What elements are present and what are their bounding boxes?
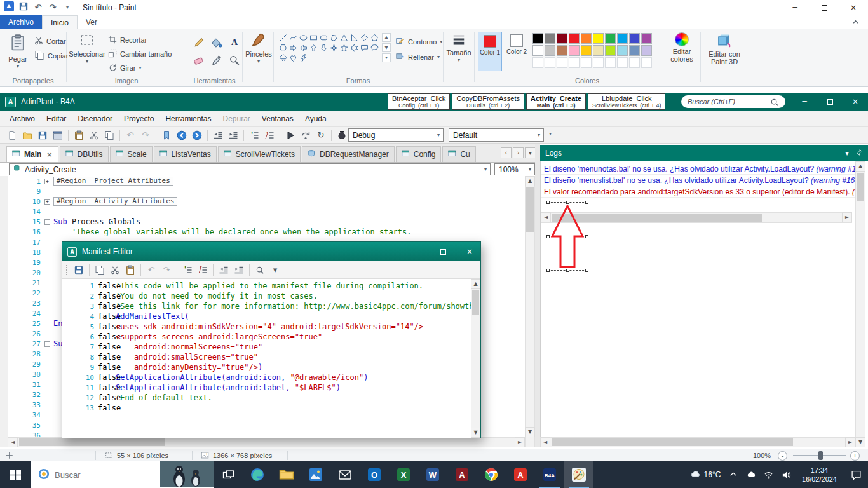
close-button[interactable]: × bbox=[839, 0, 868, 15]
b4a-close-button[interactable]: × bbox=[843, 93, 868, 111]
cut-button[interactable]: Cortar bbox=[34, 36, 66, 46]
manifest-maximize-button[interactable] bbox=[432, 242, 454, 261]
tab-scale[interactable]: Scale bbox=[110, 146, 153, 162]
run-icon[interactable] bbox=[283, 128, 297, 142]
palette-swatch[interactable] bbox=[641, 45, 652, 56]
tab-scroll-left-button[interactable]: ‹ bbox=[501, 147, 512, 158]
palette-swatch[interactable] bbox=[557, 33, 567, 44]
edge-button[interactable] bbox=[243, 461, 272, 488]
palette-swatch[interactable] bbox=[641, 33, 652, 44]
tab-cu[interactable]: Cu bbox=[442, 146, 475, 162]
taskbar-search[interactable] bbox=[31, 461, 214, 488]
save-all-icon[interactable] bbox=[36, 128, 50, 142]
redo-icon[interactable]: ↷ bbox=[139, 128, 153, 142]
scroll-right-button[interactable]: ► bbox=[515, 437, 525, 447]
tab-listaventas[interactable]: ListaVentas bbox=[154, 146, 217, 162]
b4a-button[interactable]: B4A bbox=[535, 461, 564, 488]
manifest-cut-icon[interactable] bbox=[108, 263, 122, 277]
palette-swatch[interactable] bbox=[629, 57, 640, 68]
palette-swatch[interactable] bbox=[532, 57, 543, 68]
selection-handle[interactable] bbox=[566, 201, 569, 204]
navigate-forward-icon[interactable] bbox=[190, 128, 204, 142]
resize-button[interactable]: Cambiar tamaño bbox=[108, 49, 172, 59]
shape-diamond-button[interactable] bbox=[360, 33, 369, 43]
log-entry[interactable]: El valor recomendado para android:target… bbox=[541, 186, 855, 198]
palette-swatch[interactable] bbox=[605, 33, 616, 44]
uncomment-icon[interactable]: ' bbox=[262, 128, 276, 142]
logs-bottom-scroll-left-button[interactable]: ◄ bbox=[540, 437, 550, 447]
editor-hscroll-thumb[interactable] bbox=[19, 438, 165, 446]
editor-vscroll-thumb[interactable] bbox=[526, 187, 534, 232]
comment-icon[interactable]: ' bbox=[247, 128, 261, 142]
selection-handle[interactable] bbox=[566, 269, 569, 272]
manifest-search-icon[interactable] bbox=[253, 263, 267, 277]
bookmark-icon[interactable] bbox=[159, 128, 173, 142]
manifest-scroll-up-button[interactable]: ▲ bbox=[471, 279, 480, 289]
tray-expand-button[interactable] bbox=[725, 470, 742, 479]
shape-right-triangle-button[interactable] bbox=[349, 33, 359, 43]
eraser-tool-button[interactable] bbox=[191, 52, 207, 69]
shape-hexagon-button[interactable] bbox=[278, 43, 288, 53]
manifest-titlebar[interactable]: A Manifest Editor × bbox=[62, 242, 480, 261]
logs-bottom-scroll-right-button[interactable]: ► bbox=[845, 437, 855, 447]
logs-vscroll-thumb[interactable] bbox=[857, 173, 864, 201]
palette-swatch[interactable] bbox=[557, 45, 567, 56]
ribbon-tab-archivo[interactable]: Archivo bbox=[0, 15, 42, 29]
manifest-code-editor[interactable]: 1false'This code will be applied to the … bbox=[62, 279, 480, 437]
run-configuration-select[interactable]: Default▾ bbox=[449, 128, 544, 142]
zoom-slider-thumb[interactable] bbox=[818, 451, 823, 460]
weather-button[interactable]: 16°C bbox=[686, 469, 724, 481]
color-picker-tool-button[interactable] bbox=[208, 52, 225, 69]
manifest-indent-icon[interactable] bbox=[232, 263, 246, 277]
shape-line-button[interactable] bbox=[278, 33, 288, 43]
fill-button[interactable]: Rellenar▾ bbox=[395, 51, 440, 62]
volume-icon[interactable] bbox=[778, 470, 795, 480]
clean-project-icon[interactable] bbox=[335, 128, 349, 142]
brushes-button[interactable]: Pinceles ▾ bbox=[245, 32, 273, 64]
palette-swatch[interactable] bbox=[617, 33, 628, 44]
text-tool-button[interactable]: A bbox=[226, 34, 243, 51]
acrobat-button[interactable]: A bbox=[506, 461, 535, 488]
outline-button[interactable]: Contorno▾ bbox=[395, 36, 442, 47]
log-entry[interactable]: El diseño 'menuslist.bal' no se usa. ¿Ha… bbox=[541, 175, 855, 186]
file-explorer-button[interactable] bbox=[272, 461, 301, 488]
shape-speech-cloud-button[interactable] bbox=[278, 53, 288, 63]
fill-tool-button[interactable] bbox=[208, 34, 225, 51]
menu-archivo[interactable]: Archivo bbox=[4, 111, 41, 126]
select-button[interactable]: Seleccionar ▾ bbox=[70, 32, 104, 64]
taskbar-clock[interactable]: 17:34 16/02/2024 bbox=[796, 466, 843, 484]
palette-swatch[interactable] bbox=[532, 33, 543, 44]
palette-swatch[interactable] bbox=[605, 45, 616, 56]
palette-swatch[interactable] bbox=[545, 57, 555, 68]
copy-button[interactable]: Copiar bbox=[34, 50, 68, 62]
paste-icon[interactable] bbox=[72, 128, 86, 142]
edit-with-paint3d-button[interactable]: Editar con Paint 3D bbox=[703, 32, 746, 65]
build-configuration-select[interactable]: Debug▾ bbox=[348, 128, 444, 142]
ribbon-tab-ver[interactable]: Ver bbox=[78, 15, 105, 29]
palette-swatch[interactable] bbox=[593, 45, 604, 56]
fold-expand-icon[interactable]: + bbox=[44, 179, 50, 184]
logs-scroll-up-button[interactable]: ▲ bbox=[855, 161, 865, 172]
shape-heart-button[interactable] bbox=[288, 53, 298, 63]
palette-swatch[interactable] bbox=[593, 57, 604, 68]
color1-button[interactable]: Color 1 bbox=[478, 32, 502, 71]
palette-swatch[interactable] bbox=[532, 45, 543, 56]
palette-swatch[interactable] bbox=[593, 33, 604, 44]
palette-swatch[interactable] bbox=[581, 45, 592, 56]
fold-collapse-icon[interactable]: - bbox=[44, 341, 50, 347]
logs-panel-header[interactable]: Logs ▾ bbox=[540, 145, 868, 161]
palette-swatch[interactable] bbox=[629, 33, 640, 44]
logs-menu-icon[interactable]: ▾ bbox=[845, 149, 849, 158]
tab-list-button[interactable]: ▾ bbox=[525, 147, 536, 158]
shape-arrow-up-button[interactable] bbox=[309, 43, 318, 53]
palette-swatch[interactable] bbox=[629, 45, 640, 56]
manifest-undo-icon[interactable]: ↶ bbox=[144, 263, 158, 277]
manifest-save-icon[interactable] bbox=[72, 263, 86, 277]
editor-zoom-select[interactable]: 100% ▾ bbox=[494, 163, 535, 175]
menu-ayuda[interactable]: Ayuda bbox=[299, 111, 332, 126]
quick-access-menu-button[interactable]: ▾ bbox=[62, 3, 72, 13]
palette-swatch[interactable] bbox=[545, 45, 555, 56]
b4a-maximize-button[interactable] bbox=[817, 93, 843, 111]
shape-rectangle-button[interactable] bbox=[309, 33, 318, 43]
close-tab-icon[interactable]: × bbox=[46, 151, 52, 159]
